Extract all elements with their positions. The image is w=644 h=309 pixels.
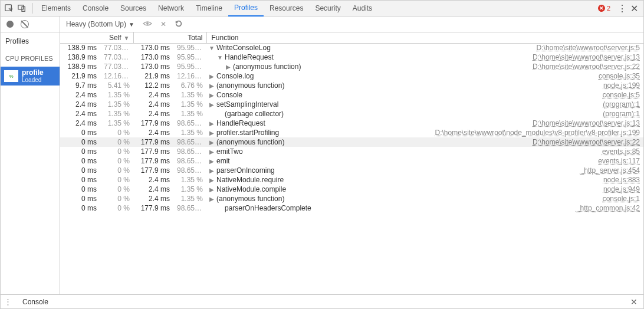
device-toggle-icon[interactable] bbox=[17, 4, 27, 13]
triangle-right-icon[interactable]: ▶ bbox=[209, 73, 215, 80]
source-link[interactable]: node.js:949 bbox=[603, 185, 640, 193]
self-ms: 138.9 ms bbox=[60, 43, 100, 52]
profile-row[interactable]: 0 ms0 %177.9 ms98.65 %▶emitevents.js:117 bbox=[60, 156, 643, 166]
triangle-right-icon[interactable]: ▶ bbox=[209, 196, 215, 202]
source-link[interactable]: node.js:883 bbox=[603, 176, 640, 184]
triangle-right-icon[interactable]: ▶ bbox=[209, 101, 215, 108]
devtools-tabstrip: ElementsConsoleSourcesNetworkTimelinePro… bbox=[1, 1, 643, 17]
source-link[interactable]: node.js:199 bbox=[603, 81, 640, 90]
source-link[interactable]: D:\home\site\wwwroot\server.js:22 bbox=[533, 138, 640, 146]
profile-row[interactable]: 2.4 ms1.35 %2.4 ms1.35 %▶setSamplingInte… bbox=[60, 100, 643, 109]
tab-console[interactable]: Console bbox=[77, 1, 114, 17]
self-ms: 138.9 ms bbox=[60, 62, 100, 71]
source-link[interactable]: console.js:1 bbox=[603, 195, 640, 203]
triangle-right-icon[interactable]: ▶ bbox=[209, 186, 215, 193]
self-ms: 0 ms bbox=[60, 185, 100, 194]
total-ms: 177.9 ms bbox=[133, 147, 173, 156]
self-pct: 5.41 % bbox=[100, 81, 133, 90]
record-button[interactable] bbox=[6, 21, 14, 28]
triangle-right-icon[interactable]: ▶ bbox=[209, 139, 215, 146]
tab-security[interactable]: Security bbox=[309, 1, 346, 17]
tab-network[interactable]: Network bbox=[152, 1, 190, 17]
error-counter[interactable]: ✕ 2 bbox=[598, 5, 610, 12]
self-ms: 21.9 ms bbox=[60, 71, 100, 81]
tab-elements[interactable]: Elements bbox=[35, 1, 77, 17]
chevron-down-icon: ▼ bbox=[129, 21, 134, 28]
tab-audits[interactable]: Audits bbox=[347, 1, 378, 17]
self-pct: 1.35 % bbox=[100, 109, 133, 119]
source-link[interactable]: events.js:117 bbox=[598, 157, 640, 165]
profile-row[interactable]: 0 ms0 %2.4 ms1.35 %▶(anonymous function)… bbox=[60, 194, 643, 203]
profile-row[interactable]: 0 ms0 %2.4 ms1.35 %▶NativeModule.require… bbox=[60, 175, 643, 185]
tab-timeline[interactable]: Timeline bbox=[190, 1, 228, 17]
source-link[interactable]: _http_common.js:42 bbox=[576, 204, 640, 212]
profile-row[interactable]: 0 ms0 %177.9 ms98.65 %▶emitTwoevents.js:… bbox=[60, 147, 643, 156]
reload-icon[interactable] bbox=[175, 19, 183, 29]
profile-row[interactable]: 9.7 ms5.41 %12.2 ms6.76 %▶(anonymous fun… bbox=[60, 81, 643, 90]
source-link[interactable]: (program):1 bbox=[603, 100, 640, 109]
total-ms: 173.0 ms bbox=[133, 43, 173, 52]
function-name: parserOnIncoming bbox=[216, 166, 275, 175]
source-link[interactable]: D:\home\site\wwwroot\server.js:22 bbox=[533, 63, 640, 71]
clear-button[interactable] bbox=[21, 20, 29, 28]
triangle-right-icon[interactable]: ▶ bbox=[209, 149, 215, 155]
source-link[interactable]: D:\home\site\wwwroot\node_modules\v8-pro… bbox=[435, 129, 640, 137]
triangle-right-icon[interactable]: ▶ bbox=[209, 120, 215, 127]
profile-row[interactable]: 2.4 ms1.35 %2.4 ms1.35 %▶Consoleconsole.… bbox=[60, 90, 643, 100]
profile-row[interactable]: 21.9 ms12.16 %21.9 ms12.16 %▶Console.log… bbox=[60, 71, 643, 81]
profile-row[interactable]: 0 ms0 %177.9 ms98.65 %▶parserOnIncoming_… bbox=[60, 166, 643, 175]
triangle-right-icon[interactable]: ▶ bbox=[209, 167, 215, 174]
profile-row[interactable]: 138.9 ms77.03 %173.0 ms95.95 %▶(anonymou… bbox=[60, 62, 643, 71]
function-name: Console.log bbox=[216, 72, 254, 80]
profile-row[interactable]: 0 ms0 %2.4 ms1.35 %▶profiler.startProfil… bbox=[60, 128, 643, 137]
drawer-menu-icon[interactable]: ⋮ bbox=[4, 297, 12, 306]
tab-sources[interactable]: Sources bbox=[114, 1, 152, 17]
triangle-right-icon[interactable]: ▶ bbox=[225, 64, 231, 70]
profile-table: Self▼ Total Function 138.9 ms77.03 %173.… bbox=[60, 32, 643, 213]
triangle-down-icon[interactable]: ▼ bbox=[217, 54, 223, 61]
profiles-sidebar: Profiles CPU PROFILES % profile Loaded bbox=[1, 17, 60, 294]
source-link[interactable]: D:\home\site\wwwroot\server.js:13 bbox=[533, 119, 640, 127]
focus-icon[interactable] bbox=[143, 20, 152, 29]
triangle-right-icon[interactable]: ▶ bbox=[209, 177, 215, 183]
tab-profiles[interactable]: Profiles bbox=[228, 1, 264, 17]
profile-row[interactable]: 2.4 ms1.35 %177.9 ms98.65 %▶HandleReques… bbox=[60, 119, 643, 128]
menu-kebab-icon[interactable]: ⋮ bbox=[616, 1, 628, 17]
profile-row[interactable]: 2.4 ms1.35 %2.4 ms1.35 %(garbage collect… bbox=[60, 109, 643, 119]
triangle-down-icon[interactable]: ▼ bbox=[209, 45, 215, 51]
profile-row[interactable]: 138.9 ms77.03 %173.0 ms95.95 %▼WriteCons… bbox=[60, 43, 643, 52]
source-link[interactable]: events.js:85 bbox=[602, 147, 640, 156]
col-function[interactable]: Function bbox=[206, 32, 643, 43]
source-link[interactable]: D:\home\site\wwwroot\server.js:5 bbox=[537, 44, 640, 52]
source-link[interactable]: console.js:5 bbox=[603, 91, 640, 99]
function-name: (anonymous function) bbox=[233, 63, 301, 71]
total-ms: 2.4 ms bbox=[133, 194, 173, 203]
source-link[interactable]: (program):1 bbox=[603, 110, 640, 118]
triangle-right-icon[interactable]: ▶ bbox=[209, 83, 215, 89]
profile-row[interactable]: 0 ms0 %177.9 ms98.65 %▶(anonymous functi… bbox=[60, 137, 643, 147]
profile-row[interactable]: 0 ms0 %2.4 ms1.35 %▶NativeModule.compile… bbox=[60, 185, 643, 194]
total-pct: 98.65 % bbox=[173, 119, 206, 128]
source-link[interactable]: D:\home\site\wwwroot\server.js:13 bbox=[533, 53, 640, 61]
profile-row[interactable]: 138.9 ms77.03 %173.0 ms95.95 %▼HandleReq… bbox=[60, 52, 643, 62]
self-ms: 0 ms bbox=[60, 156, 100, 166]
profile-row[interactable]: 0 ms0 %177.9 ms98.65 %parserOnHeadersCom… bbox=[60, 203, 643, 213]
close-devtools-icon[interactable]: ✕ bbox=[628, 1, 640, 17]
triangle-right-icon[interactable]: ▶ bbox=[209, 158, 215, 165]
remove-icon[interactable]: ✕ bbox=[160, 20, 166, 28]
total-pct: 1.35 % bbox=[173, 128, 206, 137]
col-total[interactable]: Total bbox=[133, 32, 206, 43]
profile-view-select[interactable]: Heavy (Bottom Up) ▼ bbox=[66, 20, 134, 28]
triangle-right-icon[interactable]: ▶ bbox=[209, 130, 215, 136]
source-link[interactable]: _http_server.js:454 bbox=[580, 166, 640, 175]
drawer-tab-console[interactable]: Console bbox=[18, 295, 53, 309]
profile-entry[interactable]: % profile Loaded bbox=[1, 67, 60, 86]
total-ms: 177.9 ms bbox=[133, 137, 173, 147]
col-self[interactable]: Self▼ bbox=[60, 32, 133, 43]
tab-resources[interactable]: Resources bbox=[264, 1, 309, 17]
inspect-element-icon[interactable] bbox=[4, 4, 14, 13]
source-link[interactable]: console.js:35 bbox=[599, 72, 640, 80]
self-pct: 0 % bbox=[100, 166, 133, 175]
triangle-right-icon[interactable]: ▶ bbox=[209, 92, 215, 98]
drawer-close-icon[interactable]: ✕ bbox=[630, 297, 640, 307]
